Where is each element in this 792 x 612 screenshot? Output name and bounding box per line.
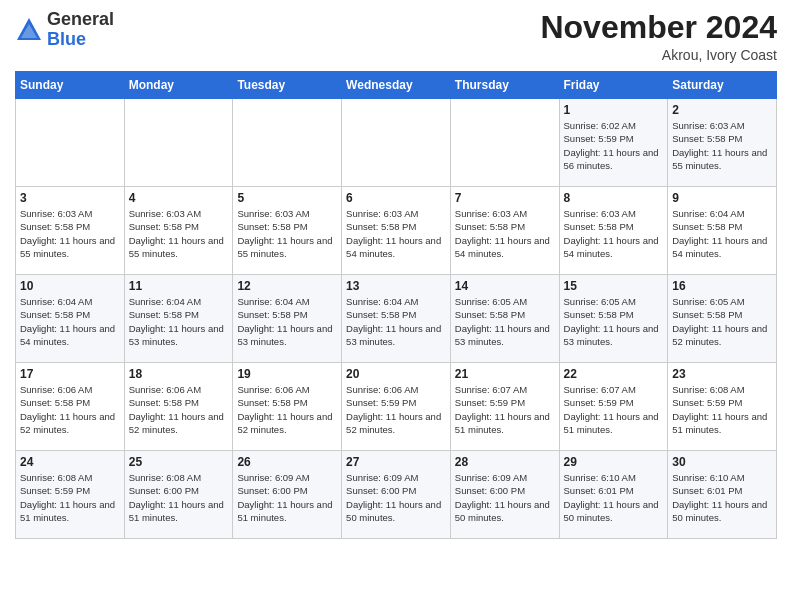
calendar-cell: 27Sunrise: 6:09 AMSunset: 6:00 PMDayligh…: [342, 451, 451, 539]
day-number: 8: [564, 191, 664, 205]
day-header-wednesday: Wednesday: [342, 72, 451, 99]
day-number: 2: [672, 103, 772, 117]
logo-icon: [15, 16, 43, 44]
calendar-cell: 17Sunrise: 6:06 AMSunset: 5:58 PMDayligh…: [16, 363, 125, 451]
calendar-cell: 2Sunrise: 6:03 AMSunset: 5:58 PMDaylight…: [668, 99, 777, 187]
calendar-cell: 30Sunrise: 6:10 AMSunset: 6:01 PMDayligh…: [668, 451, 777, 539]
day-info: Sunrise: 6:03 AMSunset: 5:58 PMDaylight:…: [20, 207, 120, 260]
calendar-cell: 11Sunrise: 6:04 AMSunset: 5:58 PMDayligh…: [124, 275, 233, 363]
day-number: 23: [672, 367, 772, 381]
day-info: Sunrise: 6:09 AMSunset: 6:00 PMDaylight:…: [346, 471, 446, 524]
day-header-monday: Monday: [124, 72, 233, 99]
calendar-cell: [124, 99, 233, 187]
day-info: Sunrise: 6:10 AMSunset: 6:01 PMDaylight:…: [672, 471, 772, 524]
day-info: Sunrise: 6:04 AMSunset: 5:58 PMDaylight:…: [346, 295, 446, 348]
day-number: 17: [20, 367, 120, 381]
week-row-4: 24Sunrise: 6:08 AMSunset: 5:59 PMDayligh…: [16, 451, 777, 539]
day-info: Sunrise: 6:04 AMSunset: 5:58 PMDaylight:…: [672, 207, 772, 260]
day-number: 5: [237, 191, 337, 205]
calendar-cell: 13Sunrise: 6:04 AMSunset: 5:58 PMDayligh…: [342, 275, 451, 363]
day-info: Sunrise: 6:10 AMSunset: 6:01 PMDaylight:…: [564, 471, 664, 524]
day-info: Sunrise: 6:07 AMSunset: 5:59 PMDaylight:…: [564, 383, 664, 436]
calendar-cell: 12Sunrise: 6:04 AMSunset: 5:58 PMDayligh…: [233, 275, 342, 363]
day-number: 28: [455, 455, 555, 469]
day-info: Sunrise: 6:05 AMSunset: 5:58 PMDaylight:…: [564, 295, 664, 348]
calendar-cell: 23Sunrise: 6:08 AMSunset: 5:59 PMDayligh…: [668, 363, 777, 451]
calendar-body: 1Sunrise: 6:02 AMSunset: 5:59 PMDaylight…: [16, 99, 777, 539]
day-number: 14: [455, 279, 555, 293]
calendar-cell: [16, 99, 125, 187]
day-info: Sunrise: 6:04 AMSunset: 5:58 PMDaylight:…: [20, 295, 120, 348]
day-info: Sunrise: 6:03 AMSunset: 5:58 PMDaylight:…: [564, 207, 664, 260]
day-number: 12: [237, 279, 337, 293]
calendar-cell: 29Sunrise: 6:10 AMSunset: 6:01 PMDayligh…: [559, 451, 668, 539]
day-header-tuesday: Tuesday: [233, 72, 342, 99]
day-number: 3: [20, 191, 120, 205]
day-info: Sunrise: 6:09 AMSunset: 6:00 PMDaylight:…: [455, 471, 555, 524]
calendar-cell: 3Sunrise: 6:03 AMSunset: 5:58 PMDaylight…: [16, 187, 125, 275]
calendar-cell: 19Sunrise: 6:06 AMSunset: 5:58 PMDayligh…: [233, 363, 342, 451]
day-number: 20: [346, 367, 446, 381]
day-info: Sunrise: 6:04 AMSunset: 5:58 PMDaylight:…: [129, 295, 229, 348]
day-number: 27: [346, 455, 446, 469]
calendar-cell: 5Sunrise: 6:03 AMSunset: 5:58 PMDaylight…: [233, 187, 342, 275]
day-info: Sunrise: 6:03 AMSunset: 5:58 PMDaylight:…: [129, 207, 229, 260]
calendar-cell: 25Sunrise: 6:08 AMSunset: 6:00 PMDayligh…: [124, 451, 233, 539]
calendar-cell: 20Sunrise: 6:06 AMSunset: 5:59 PMDayligh…: [342, 363, 451, 451]
calendar-cell: [233, 99, 342, 187]
day-info: Sunrise: 6:08 AMSunset: 5:59 PMDaylight:…: [672, 383, 772, 436]
location: Akrou, Ivory Coast: [540, 47, 777, 63]
week-row-0: 1Sunrise: 6:02 AMSunset: 5:59 PMDaylight…: [16, 99, 777, 187]
calendar-cell: 18Sunrise: 6:06 AMSunset: 5:58 PMDayligh…: [124, 363, 233, 451]
day-info: Sunrise: 6:06 AMSunset: 5:58 PMDaylight:…: [237, 383, 337, 436]
calendar-cell: 16Sunrise: 6:05 AMSunset: 5:58 PMDayligh…: [668, 275, 777, 363]
day-info: Sunrise: 6:09 AMSunset: 6:00 PMDaylight:…: [237, 471, 337, 524]
day-header-friday: Friday: [559, 72, 668, 99]
day-info: Sunrise: 6:06 AMSunset: 5:58 PMDaylight:…: [129, 383, 229, 436]
logo-blue-text: Blue: [47, 29, 86, 49]
calendar-cell: 15Sunrise: 6:05 AMSunset: 5:58 PMDayligh…: [559, 275, 668, 363]
day-number: 15: [564, 279, 664, 293]
day-info: Sunrise: 6:08 AMSunset: 5:59 PMDaylight:…: [20, 471, 120, 524]
day-info: Sunrise: 6:06 AMSunset: 5:58 PMDaylight:…: [20, 383, 120, 436]
calendar-cell: [342, 99, 451, 187]
calendar-cell: 7Sunrise: 6:03 AMSunset: 5:58 PMDaylight…: [450, 187, 559, 275]
calendar-cell: 28Sunrise: 6:09 AMSunset: 6:00 PMDayligh…: [450, 451, 559, 539]
calendar-cell: 22Sunrise: 6:07 AMSunset: 5:59 PMDayligh…: [559, 363, 668, 451]
calendar-cell: 1Sunrise: 6:02 AMSunset: 5:59 PMDaylight…: [559, 99, 668, 187]
logo-general-text: General: [47, 9, 114, 29]
week-row-1: 3Sunrise: 6:03 AMSunset: 5:58 PMDaylight…: [16, 187, 777, 275]
week-row-2: 10Sunrise: 6:04 AMSunset: 5:58 PMDayligh…: [16, 275, 777, 363]
day-number: 16: [672, 279, 772, 293]
day-info: Sunrise: 6:02 AMSunset: 5:59 PMDaylight:…: [564, 119, 664, 172]
day-number: 22: [564, 367, 664, 381]
logo-text: General Blue: [47, 10, 114, 50]
calendar-cell: 26Sunrise: 6:09 AMSunset: 6:00 PMDayligh…: [233, 451, 342, 539]
day-number: 4: [129, 191, 229, 205]
day-header-sunday: Sunday: [16, 72, 125, 99]
calendar-header: SundayMondayTuesdayWednesdayThursdayFrid…: [16, 72, 777, 99]
day-number: 7: [455, 191, 555, 205]
page: General Blue November 2024 Akrou, Ivory …: [0, 0, 792, 612]
day-number: 24: [20, 455, 120, 469]
calendar-cell: 10Sunrise: 6:04 AMSunset: 5:58 PMDayligh…: [16, 275, 125, 363]
calendar-cell: 14Sunrise: 6:05 AMSunset: 5:58 PMDayligh…: [450, 275, 559, 363]
day-number: 21: [455, 367, 555, 381]
calendar-cell: 9Sunrise: 6:04 AMSunset: 5:58 PMDaylight…: [668, 187, 777, 275]
day-info: Sunrise: 6:05 AMSunset: 5:58 PMDaylight:…: [455, 295, 555, 348]
day-info: Sunrise: 6:05 AMSunset: 5:58 PMDaylight:…: [672, 295, 772, 348]
day-number: 25: [129, 455, 229, 469]
day-info: Sunrise: 6:06 AMSunset: 5:59 PMDaylight:…: [346, 383, 446, 436]
day-info: Sunrise: 6:03 AMSunset: 5:58 PMDaylight:…: [237, 207, 337, 260]
day-info: Sunrise: 6:07 AMSunset: 5:59 PMDaylight:…: [455, 383, 555, 436]
day-number: 1: [564, 103, 664, 117]
day-header-row: SundayMondayTuesdayWednesdayThursdayFrid…: [16, 72, 777, 99]
day-number: 9: [672, 191, 772, 205]
day-number: 6: [346, 191, 446, 205]
day-header-thursday: Thursday: [450, 72, 559, 99]
day-info: Sunrise: 6:03 AMSunset: 5:58 PMDaylight:…: [346, 207, 446, 260]
month-title: November 2024: [540, 10, 777, 45]
calendar-cell: [450, 99, 559, 187]
week-row-3: 17Sunrise: 6:06 AMSunset: 5:58 PMDayligh…: [16, 363, 777, 451]
day-number: 19: [237, 367, 337, 381]
